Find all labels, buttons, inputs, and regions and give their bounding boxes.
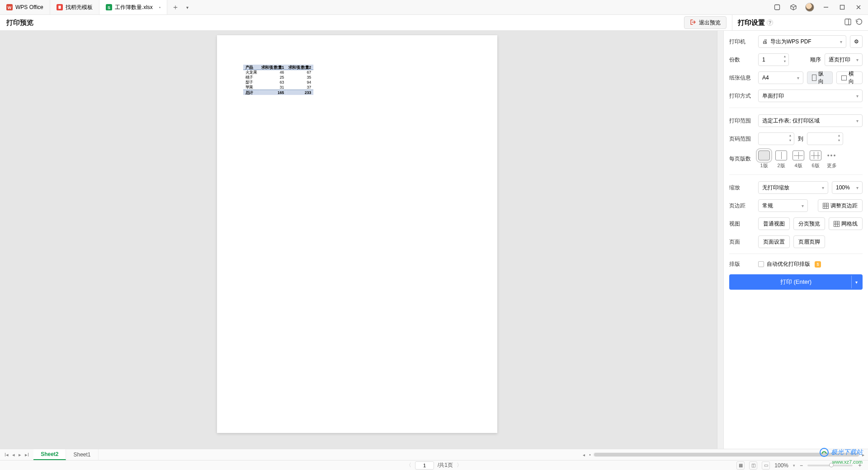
- refresh-icon[interactable]: [856, 19, 863, 27]
- view-break-button[interactable]: 分页预览: [793, 217, 825, 230]
- panel-layout-icon[interactable]: [844, 19, 851, 27]
- window-maximize-button[interactable]: [837, 2, 847, 12]
- auto-optimize-checkbox[interactable]: 自动优化打印排版 $: [758, 260, 821, 268]
- view-normal-button[interactable]: 普通视图: [758, 217, 790, 230]
- lbl-paper: 纸张信息: [729, 74, 755, 82]
- hscroll-right-icon[interactable]: ▸: [860, 452, 866, 457]
- page-next-button[interactable]: 〉: [457, 461, 462, 469]
- help-icon[interactable]: ?: [767, 19, 773, 26]
- exit-preview-button[interactable]: 退出预览: [684, 16, 726, 29]
- spin-up-icon[interactable]: ▲: [782, 55, 788, 60]
- tab-wps-home[interactable]: W WPS Office: [0, 0, 50, 14]
- app-tabbar: W WPS Office 找稻壳模板 S 工作簿数量.xlsx • ＋ ▾: [0, 0, 868, 15]
- zoom-in-button[interactable]: ＋: [857, 461, 863, 469]
- compact-mode-icon[interactable]: [772, 2, 782, 12]
- perpage-6[interactable]: 6版: [810, 150, 821, 169]
- sheet-next-button[interactable]: ▸: [19, 452, 21, 458]
- chevron-down-icon: ▾: [802, 203, 804, 208]
- portrait-icon: [812, 75, 816, 81]
- spin-down-icon[interactable]: ▼: [782, 60, 788, 65]
- page-prev-button[interactable]: 〈: [406, 461, 411, 469]
- sheet-prev-button[interactable]: ◂: [12, 452, 15, 458]
- perpage-1[interactable]: 1版: [758, 150, 770, 169]
- zoom-dropdown-icon[interactable]: ▾: [793, 463, 795, 468]
- page-setup-button[interactable]: 页面设置: [758, 235, 790, 248]
- window-close-button[interactable]: [854, 2, 863, 12]
- spin-down-icon[interactable]: ▼: [836, 139, 842, 144]
- lbl-order: 顺序: [810, 56, 821, 64]
- order-value: 逐页打印: [829, 56, 850, 64]
- printer-select[interactable]: 🖨导出为WPS PDF ▾: [758, 35, 846, 48]
- view-mode-2-icon[interactable]: ◫: [749, 461, 757, 470]
- gridlines-toggle[interactable]: 网格线: [829, 217, 863, 230]
- scale-select[interactable]: 无打印缩放▾: [758, 181, 828, 194]
- cube-icon[interactable]: [788, 2, 798, 12]
- sheet-tab-sheet1[interactable]: Sheet1: [66, 449, 98, 460]
- auto-optimize-label: 自动优化打印排版: [767, 260, 810, 268]
- vertical-scrollbar[interactable]: [717, 31, 723, 449]
- tab-workbook[interactable]: S 工作簿数量.xlsx •: [99, 0, 168, 14]
- perpage-2[interactable]: 2版: [775, 150, 787, 169]
- sheet-first-button[interactable]: I◂: [5, 452, 9, 458]
- tab-template[interactable]: 找稻壳模板: [50, 0, 99, 14]
- page-to-input[interactable]: ▲▼: [807, 132, 843, 145]
- perpage-more[interactable]: •••更多: [827, 150, 837, 169]
- horizontal-scrollbar[interactable]: ◂ • ▸: [579, 449, 868, 460]
- new-tab-button[interactable]: ＋: [167, 3, 184, 12]
- margin-select[interactable]: 常规▾: [758, 199, 808, 212]
- spin-down-icon[interactable]: ▼: [788, 139, 793, 144]
- tab-label: 找稻壳模板: [66, 4, 93, 11]
- paper-select[interactable]: A4▾: [758, 71, 803, 84]
- spin-up-icon[interactable]: ▲: [836, 134, 842, 139]
- wps-logo-icon: W: [6, 4, 13, 10]
- hscroll-track[interactable]: [593, 452, 860, 457]
- lbl-scale: 缩放: [729, 184, 755, 192]
- adjust-margin-button[interactable]: 调整页边距: [818, 199, 863, 212]
- svg-rect-7: [840, 5, 844, 9]
- printer-settings-button[interactable]: ⚙: [850, 35, 863, 48]
- print-range-select[interactable]: 选定工作表; 仅打印区域▾: [758, 114, 863, 127]
- page-from-input[interactable]: ▲▼: [758, 132, 794, 145]
- order-select[interactable]: 逐页打印▾: [825, 53, 863, 66]
- tab-label: WPS Office: [15, 4, 43, 10]
- window-minimize-button[interactable]: [821, 2, 831, 12]
- print-dropdown-icon[interactable]: ▾: [851, 276, 861, 288]
- view-mode-3-icon[interactable]: ▭: [762, 461, 770, 470]
- lbl-layout: 排版: [729, 260, 755, 268]
- zoom-value: 100%: [774, 462, 788, 469]
- hscroll-thumb[interactable]: [594, 453, 859, 456]
- tab-list-dropdown[interactable]: ▾: [184, 5, 191, 10]
- page-number-input[interactable]: [415, 461, 434, 470]
- view-mode-1-icon[interactable]: ▦: [736, 461, 745, 470]
- perpage-4[interactable]: 4版: [793, 150, 804, 169]
- sheet-tab-sheet2[interactable]: Sheet2: [33, 449, 66, 460]
- preview-scroll[interactable]: 产品 求和项:数量1 求和项:数量2 火龙果4667 桃子2535 梨子6394…: [0, 31, 723, 449]
- zoom-slider[interactable]: [807, 465, 853, 466]
- template-icon: [57, 4, 63, 10]
- lbl-perpage: 每页版数: [729, 150, 755, 163]
- zoom-handle[interactable]: [829, 463, 834, 467]
- spreadsheet-icon: S: [106, 4, 112, 10]
- scale-percent-select[interactable]: 100%▾: [832, 181, 863, 194]
- zoom-out-button[interactable]: −: [800, 462, 803, 469]
- lbl-copies: 份数: [729, 56, 755, 64]
- print-settings-title: 打印设置 ?: [732, 19, 868, 27]
- print-mode-select[interactable]: 单面打印▾: [758, 89, 863, 102]
- sheet-last-button[interactable]: ▸I: [25, 452, 29, 458]
- hscroll-left-icon[interactable]: ◂: [580, 452, 587, 457]
- main-area: 产品 求和项:数量1 求和项:数量2 火龙果4667 桃子2535 梨子6394…: [0, 31, 868, 449]
- data-table: 产品 求和项:数量1 求和项:数量2 火龙果4667 桃子2535 梨子6394…: [243, 65, 313, 95]
- lbl-mode: 打印方式: [729, 92, 755, 100]
- spin-up-icon[interactable]: ▲: [788, 134, 793, 139]
- table-row: 桃子2535: [243, 75, 313, 80]
- user-avatar-icon[interactable]: [805, 2, 815, 12]
- orientation-portrait[interactable]: 纵向: [807, 71, 833, 84]
- printer-value: 导出为WPS PDF: [770, 38, 811, 46]
- table-row: 火龙果4667: [243, 70, 313, 75]
- print-button[interactable]: 打印 (Enter) ▾: [729, 274, 863, 290]
- status-right: ▦ ◫ ▭ 100% ▾ − ＋: [736, 461, 863, 470]
- copies-input[interactable]: 1 ▲▼: [758, 53, 789, 66]
- header-footer-button[interactable]: 页眉页脚: [793, 235, 825, 248]
- more-icon: •••: [827, 150, 837, 160]
- orientation-landscape[interactable]: 横向: [836, 71, 863, 84]
